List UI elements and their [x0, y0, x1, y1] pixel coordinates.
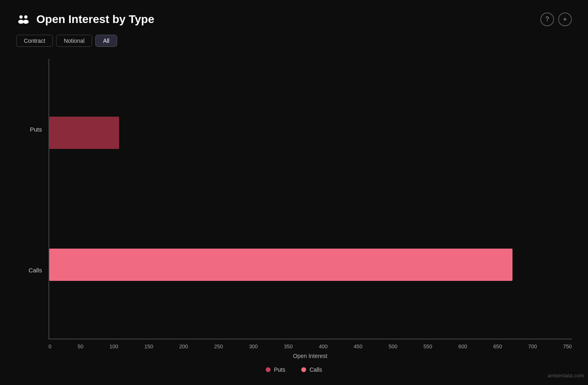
bar-puts — [49, 117, 119, 149]
header-icons: ? + — [540, 13, 572, 26]
add-button[interactable]: + — [558, 13, 572, 26]
x-tick: 350 — [284, 343, 293, 349]
chart-area: Puts Calls 05010015020025030035040045050… — [16, 59, 572, 377]
x-axis-label: Open Interest — [48, 353, 572, 359]
x-tick: 200 — [179, 343, 188, 349]
legend-dot-calls — [301, 367, 306, 372]
y-label-puts: Puts — [16, 126, 42, 133]
x-tick: 250 — [214, 343, 223, 349]
tab-notional[interactable]: Notional — [56, 35, 92, 47]
tab-contract[interactable]: Contract — [16, 35, 53, 47]
svg-point-1 — [24, 15, 27, 19]
y-label-calls: Calls — [16, 267, 42, 274]
help-button[interactable]: ? — [540, 13, 554, 26]
bar-row-calls — [49, 245, 572, 285]
legend-label-calls: Calls — [309, 366, 322, 373]
y-labels: Puts Calls — [16, 59, 48, 365]
x-tick: 450 — [354, 343, 363, 349]
page-title: Open Interest by Type — [36, 13, 154, 26]
svg-point-0 — [19, 15, 23, 19]
x-tick: 50 — [78, 343, 83, 349]
bar-row-puts — [49, 113, 572, 153]
bar-calls — [49, 249, 512, 281]
chart-inner: Puts Calls 05010015020025030035040045050… — [16, 59, 572, 365]
legend-item-calls: Calls — [301, 366, 322, 373]
header: Open Interest by Type ? + — [16, 12, 572, 27]
header-left: Open Interest by Type — [16, 12, 154, 27]
x-tick: 100 — [109, 343, 118, 349]
legend-dot-puts — [266, 367, 271, 372]
x-tick: 0 — [48, 343, 51, 349]
people-icon — [16, 12, 31, 27]
legend-item-puts: Puts — [266, 366, 285, 373]
legend: Puts Calls — [16, 366, 572, 373]
chart-body: 0501001502002503003504004505005506006507… — [48, 59, 572, 365]
watermark: amberdata.com — [548, 372, 584, 379]
x-tick: 500 — [388, 343, 397, 349]
x-tick: 600 — [458, 343, 467, 349]
x-tick: 750 — [563, 343, 572, 349]
toolbar: Contract Notional All — [16, 35, 572, 47]
x-axis-ticks: 0501001502002503003504004505005506006507… — [48, 339, 572, 351]
x-tick: 400 — [319, 343, 328, 349]
x-tick: 650 — [493, 343, 502, 349]
x-tick: 550 — [424, 343, 433, 349]
tab-all[interactable]: All — [95, 35, 117, 47]
svg-point-3 — [23, 20, 29, 24]
bars-section — [48, 59, 572, 339]
x-tick: 150 — [144, 343, 153, 349]
svg-point-2 — [18, 20, 24, 24]
x-tick: 300 — [249, 343, 258, 349]
x-tick: 700 — [528, 343, 537, 349]
legend-label-puts: Puts — [274, 366, 285, 373]
